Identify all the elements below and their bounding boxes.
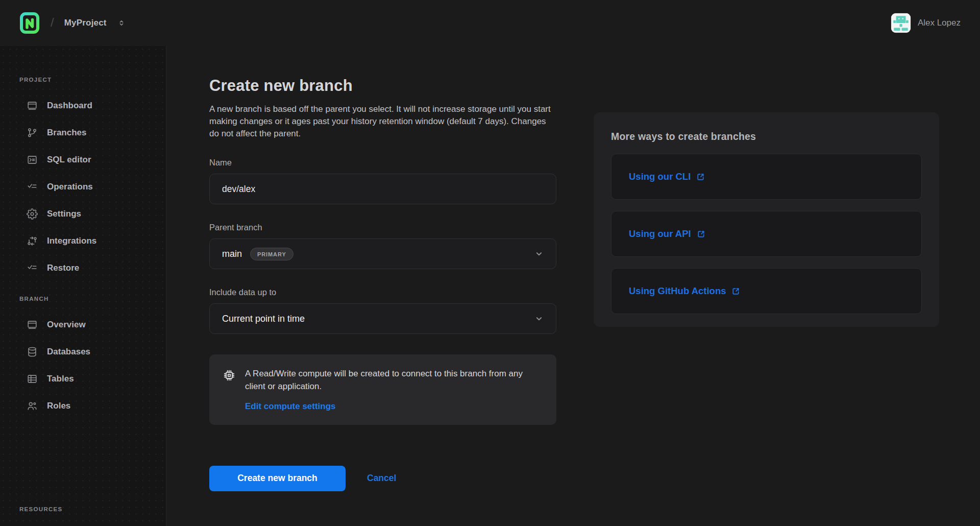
- compute-info-box: A Read/Write compute will be created to …: [209, 354, 556, 424]
- sidebar-item-label: Integrations: [47, 236, 96, 246]
- sidebar-item-sql-editor[interactable]: SQL editor: [19, 146, 166, 173]
- parent-branch-select[interactable]: main PRIMARY: [209, 238, 556, 269]
- cli-link-card[interactable]: Using our CLI: [611, 154, 922, 200]
- dashboard-icon: [27, 100, 38, 111]
- sidebar-section-branch: BRANCH: [19, 296, 166, 304]
- more-ways-title: More ways to create branches: [611, 131, 922, 142]
- sidebar: PROJECT Dashboard Branches SQL editor: [0, 46, 166, 526]
- chip-icon: [223, 369, 236, 411]
- sidebar-item-label: SQL editor: [47, 155, 91, 165]
- user-name[interactable]: Alex Lopez: [918, 18, 961, 28]
- external-link-icon: [696, 229, 706, 239]
- sidebar-item-label: Restore: [47, 263, 79, 273]
- sidebar-item-label: Databases: [47, 347, 90, 357]
- table-icon: [27, 373, 38, 385]
- sidebar-item-settings[interactable]: Settings: [19, 200, 166, 227]
- external-link-icon: [696, 172, 705, 182]
- chevron-down-icon: [533, 248, 545, 259]
- name-label: Name: [209, 158, 556, 168]
- window-icon: [27, 319, 38, 330]
- github-actions-link-label: Using GitHub Actions: [629, 285, 726, 297]
- sidebar-item-dashboard[interactable]: Dashboard: [19, 92, 166, 119]
- more-ways-panel: More ways to create branches Using our C…: [594, 112, 939, 327]
- sidebar-item-label: Branches: [47, 128, 86, 138]
- sidebar-section-project: PROJECT: [19, 77, 166, 85]
- page-description: A new branch is based off the parent you…: [209, 103, 556, 139]
- sidebar-item-branches[interactable]: Branches: [19, 119, 166, 146]
- sidebar-item-label: Operations: [47, 182, 93, 192]
- checklist-icon: [27, 181, 38, 193]
- form-actions: Create new branch Cancel: [209, 466, 556, 491]
- checklist-icon: [27, 262, 38, 274]
- breadcrumb-slash: /: [51, 15, 54, 30]
- sidebar-item-label: Settings: [47, 209, 81, 219]
- sidebar-item-integrations[interactable]: Integrations: [19, 227, 166, 254]
- create-branch-form: Create new branch A new branch is based …: [209, 77, 556, 526]
- cancel-link[interactable]: Cancel: [367, 473, 396, 484]
- api-link-label: Using our API: [629, 228, 691, 240]
- parent-branch-value: main: [222, 249, 242, 259]
- sidebar-item-label: Overview: [47, 320, 86, 330]
- sidebar-item-overview[interactable]: Overview: [19, 311, 166, 338]
- parent-branch-label: Parent branch: [209, 223, 556, 232]
- external-link-icon: [731, 286, 741, 296]
- edit-compute-settings-link[interactable]: Edit compute settings: [245, 401, 336, 412]
- user-avatar[interactable]: [891, 13, 911, 33]
- main-content: Create new branch A new branch is based …: [166, 46, 980, 526]
- sidebar-section-resources: RESOURCES: [19, 506, 166, 514]
- branch-name-input[interactable]: [209, 174, 556, 204]
- database-icon: [27, 346, 38, 357]
- terminal-icon: [27, 154, 38, 165]
- github-actions-link-card[interactable]: Using GitHub Actions: [611, 268, 922, 314]
- include-data-label: Include data up to: [209, 288, 556, 297]
- sidebar-item-databases[interactable]: Databases: [19, 338, 166, 365]
- neon-logo-icon[interactable]: [19, 12, 40, 34]
- users-icon: [27, 400, 38, 412]
- cli-link-label: Using our CLI: [629, 171, 691, 182]
- page-title: Create new branch: [209, 77, 556, 95]
- sidebar-item-label: Tables: [47, 374, 74, 384]
- sidebar-item-restore[interactable]: Restore: [19, 254, 166, 281]
- include-data-value: Current point in time: [222, 314, 305, 324]
- api-link-card[interactable]: Using our API: [611, 211, 922, 257]
- sidebar-item-label: Roles: [47, 401, 70, 411]
- topbar: / MyProject Alex Lopez: [0, 0, 980, 46]
- project-name[interactable]: MyProject: [64, 18, 107, 28]
- sidebar-item-label: Dashboard: [47, 101, 92, 111]
- chevron-down-icon: [533, 313, 545, 324]
- sidebar-item-operations[interactable]: Operations: [19, 173, 166, 200]
- git-branch-icon: [27, 127, 38, 138]
- sidebar-item-roles[interactable]: Roles: [19, 392, 166, 419]
- gear-icon: [27, 208, 38, 220]
- include-data-select[interactable]: Current point in time: [209, 303, 556, 334]
- compute-note: A Read/Write compute will be created to …: [245, 368, 542, 393]
- project-switcher-chevrons-icon[interactable]: [117, 18, 126, 28]
- sidebar-item-tables[interactable]: Tables: [19, 365, 166, 392]
- primary-badge: PRIMARY: [250, 248, 293, 260]
- sync-arrows-icon: [27, 235, 38, 247]
- create-branch-button[interactable]: Create new branch: [209, 466, 346, 491]
